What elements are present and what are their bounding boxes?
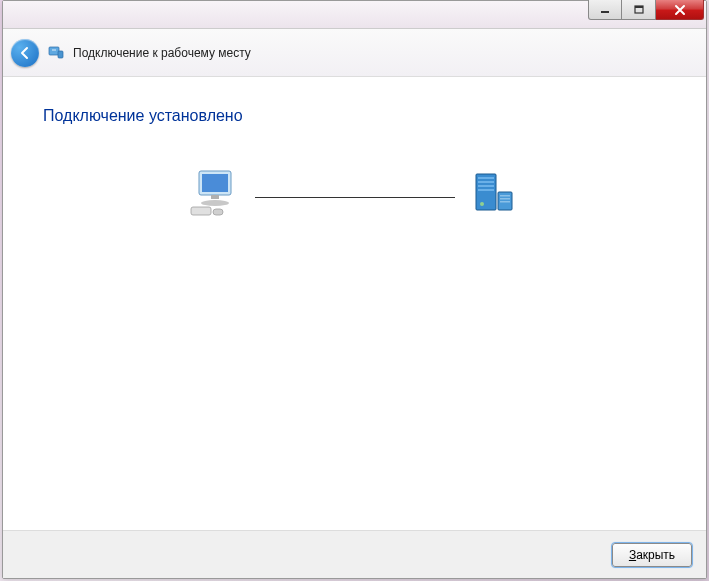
window-titlebar <box>3 1 706 29</box>
svg-rect-9 <box>191 207 211 215</box>
svg-rect-15 <box>478 189 494 191</box>
svg-point-8 <box>201 200 229 206</box>
status-heading: Подключение установлено <box>43 107 666 125</box>
svg-rect-14 <box>478 185 494 187</box>
svg-rect-0 <box>601 11 609 13</box>
window-close-button[interactable] <box>656 0 704 20</box>
close-icon <box>674 4 686 16</box>
svg-rect-2 <box>635 6 643 8</box>
back-arrow-icon <box>17 45 33 61</box>
svg-rect-12 <box>478 177 494 179</box>
server-icon <box>463 165 523 220</box>
wizard-icon <box>47 44 65 62</box>
close-button[interactable]: Закрыть <box>612 543 692 567</box>
computer-icon <box>187 165 247 220</box>
wizard-header: Подключение к рабочему месту <box>3 29 706 77</box>
minimize-button[interactable] <box>588 0 622 20</box>
svg-rect-13 <box>478 181 494 183</box>
maximize-icon <box>634 5 644 15</box>
svg-rect-11 <box>476 174 496 210</box>
wizard-title: Подключение к рабочему месту <box>73 46 251 60</box>
wizard-content: Подключение установлено <box>3 77 706 530</box>
wizard-window: Подключение к рабочему месту Подключение… <box>2 0 707 579</box>
minimize-icon <box>600 5 610 15</box>
svg-point-16 <box>480 202 484 206</box>
svg-rect-3 <box>49 47 59 55</box>
back-button[interactable] <box>11 39 39 67</box>
maximize-button[interactable] <box>622 0 656 20</box>
svg-rect-10 <box>213 209 223 215</box>
svg-rect-19 <box>500 198 510 200</box>
close-button-rest: акрыть <box>636 548 675 562</box>
svg-rect-7 <box>211 195 219 199</box>
wizard-footer: Закрыть <box>3 530 706 578</box>
connection-diagram <box>43 165 666 220</box>
svg-rect-6 <box>202 174 228 192</box>
connection-line <box>255 197 455 198</box>
svg-rect-18 <box>500 195 510 197</box>
window-controls <box>588 0 704 20</box>
svg-rect-4 <box>58 51 63 58</box>
svg-rect-20 <box>500 201 510 203</box>
